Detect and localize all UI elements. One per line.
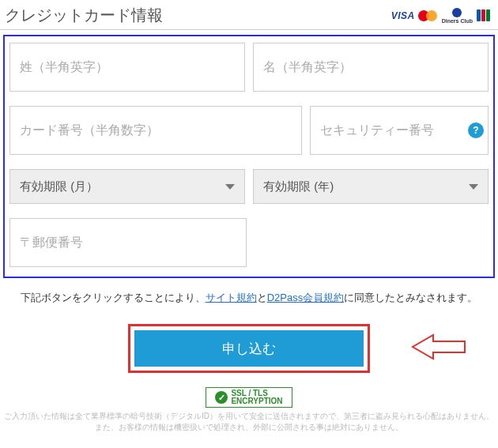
expiry-month-label: 有効期限 (月） [20, 179, 98, 194]
security-footnote: ご入力頂いた情報は全て業界標準の暗号技術（デジタルID）を用いて安全に送信されま… [0, 411, 498, 439]
card-number-input[interactable] [9, 106, 302, 155]
jcb-logo-icon [476, 9, 490, 21]
header: クレジットカード情報 VISA Diners Club [0, 0, 498, 30]
submit-area: 申し込む [0, 324, 498, 373]
lastname-input[interactable] [9, 43, 245, 92]
expiry-year-select[interactable]: 有効期限 (年) [253, 169, 489, 204]
visa-logo-icon: VISA [391, 10, 415, 21]
credit-card-form: ? 有効期限 (月） 有効期限 (年) [3, 35, 495, 278]
card-brand-logos: VISA Diners Club [391, 8, 490, 24]
expiry-year-label: 有効期限 (年) [263, 179, 334, 194]
security-code-input[interactable] [310, 106, 489, 155]
postal-code-input[interactable] [9, 218, 247, 267]
submit-highlight: 申し込む [128, 324, 370, 373]
ssl-badge: ✓ SSL / TLS ENCRYPTION [206, 387, 292, 408]
site-terms-link[interactable]: サイト規約 [206, 292, 257, 303]
page-title: クレジットカード情報 [5, 5, 163, 26]
chevron-down-icon [225, 184, 235, 190]
diners-logo-icon: Diners Club [442, 8, 473, 24]
mastercard-logo-icon [418, 9, 439, 22]
ssl-check-icon: ✓ [215, 391, 228, 404]
attention-arrow-icon [411, 333, 466, 363]
expiry-month-select[interactable]: 有効期限 (月） [9, 169, 245, 204]
consent-text: 下記ボタンをクリックすることにより、サイト規約とD2Pass会員規約に同意したと… [5, 291, 493, 305]
security-help-icon[interactable]: ? [468, 122, 484, 138]
d2pass-terms-link[interactable]: D2Pass会員規約 [267, 292, 345, 303]
chevron-down-icon [469, 184, 478, 190]
submit-button[interactable]: 申し込む [134, 330, 364, 367]
firstname-input[interactable] [253, 43, 489, 92]
page: クレジットカード情報 VISA Diners Club ? [0, 0, 498, 439]
